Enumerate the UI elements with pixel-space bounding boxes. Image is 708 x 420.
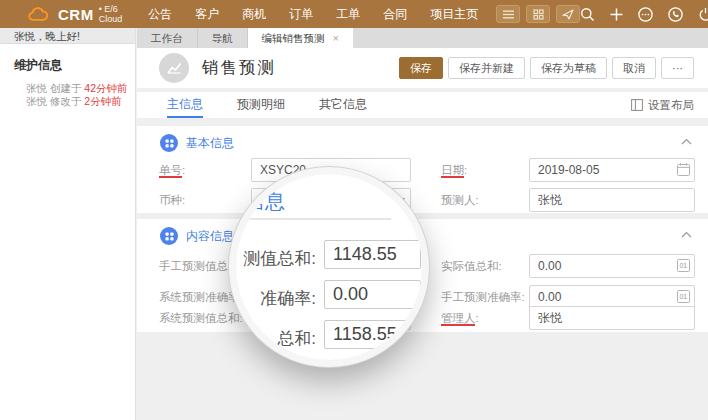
- maintenance-info-title: 维护信息: [14, 57, 135, 74]
- required-marker: [441, 324, 475, 326]
- magnified-label-accuracy: 准确率:: [260, 287, 316, 310]
- record-header: 销售预测 保存 保存并新建 保存为草稿 取消 ···: [137, 48, 708, 88]
- topbar-chip-group: [496, 5, 580, 23]
- field-label-sys-sum: 系统预测值总和:: [159, 311, 243, 326]
- section-basic-header[interactable]: 基本信息: [160, 134, 234, 152]
- save-as-draft-button[interactable]: 保存为草稿: [530, 57, 607, 79]
- tab-edit-sales-forecast[interactable]: 编辑销售预测 ×: [248, 28, 353, 48]
- magnified-label-total: 总和:: [277, 327, 316, 350]
- created-time: 42分钟前: [84, 82, 127, 94]
- greeting-bar: 张悦，晚上好!: [0, 28, 135, 44]
- modified-info: 张悦 修改于 2分钟前: [26, 95, 135, 108]
- required-marker: [159, 176, 182, 178]
- layout-icon: [631, 99, 643, 111]
- more-circle-icon[interactable]: [638, 7, 653, 22]
- brand-suffix: • E/6 Cloud: [99, 4, 123, 24]
- send-button[interactable]: [556, 5, 580, 23]
- section-icon: [160, 134, 178, 152]
- subtab-forecast-detail[interactable]: 预测明细: [237, 92, 285, 118]
- magnified-sum-input: [324, 240, 421, 269]
- modified-time: 2分钟前: [84, 95, 121, 107]
- cancel-button[interactable]: 取消: [612, 57, 656, 79]
- search-icon[interactable]: [580, 7, 595, 22]
- list-icon: [503, 10, 514, 19]
- magnified-label-sum: 测值总和:: [243, 247, 316, 270]
- magnifier-lens: 信息 测值总和: 准确率: 总和:: [229, 167, 429, 367]
- close-icon[interactable]: ×: [333, 28, 339, 48]
- main-area: 工作台 导航 编辑销售预测 × 销售预测 保存 保存并新建 保存为草稿 取消 ·…: [137, 28, 708, 420]
- subtab-other-info[interactable]: 其它信息: [319, 92, 367, 118]
- field-label-manual-accuracy: 手工预测准确率:: [441, 290, 525, 305]
- section-content-title: 内容信息: [186, 228, 234, 245]
- calculator-icon[interactable]: 01: [677, 290, 690, 303]
- date-input[interactable]: [529, 158, 695, 182]
- more-actions-button[interactable]: ···: [661, 57, 694, 79]
- list-view-button[interactable]: [496, 5, 520, 23]
- tab-workbench[interactable]: 工作台: [137, 28, 198, 48]
- send-icon: [562, 9, 574, 20]
- forecaster-input[interactable]: [529, 188, 695, 212]
- save-button[interactable]: 保存: [399, 57, 443, 79]
- cloud-logo-icon: [26, 7, 50, 22]
- menu-item-project-home[interactable]: 项目主页: [430, 6, 478, 23]
- field-label-actual-sum: 实际值总和:: [441, 259, 502, 274]
- svg-text:01: 01: [679, 293, 687, 300]
- required-marker: [441, 176, 464, 178]
- chevron-up-icon[interactable]: [681, 231, 692, 238]
- actual-sum-input[interactable]: [529, 254, 695, 278]
- section-basic-title: 基本信息: [186, 135, 234, 152]
- plus-icon[interactable]: [610, 8, 623, 21]
- chart-icon: [167, 62, 182, 74]
- brand-name: CRM: [58, 6, 94, 23]
- app-window: CRM • E/6 Cloud 公告 客户 商机 订单 工单 合同 项目主页: [0, 0, 708, 420]
- section-icon: [160, 227, 178, 245]
- detail-subtabs: 主信息 预测明细 其它信息 设置布局: [137, 92, 708, 118]
- calendar-icon[interactable]: [677, 163, 690, 176]
- magnified-divider: [236, 218, 391, 220]
- menu-item-opportunities[interactable]: 商机: [242, 6, 266, 23]
- set-layout-button[interactable]: 设置布局: [631, 98, 694, 113]
- menu-item-workorders[interactable]: 工单: [336, 6, 360, 23]
- chevron-up-icon[interactable]: [681, 138, 692, 145]
- power-icon[interactable]: [698, 7, 708, 22]
- apps-grid-button[interactable]: [526, 5, 550, 23]
- save-and-new-button[interactable]: 保存并新建: [448, 57, 525, 79]
- section-basic-info: 基本信息 单号: 日期: 币种: 预测人:: [137, 126, 708, 213]
- calculator-icon[interactable]: 01: [677, 259, 690, 272]
- menu-item-customers[interactable]: 客户: [195, 6, 219, 23]
- grid-icon: [533, 9, 544, 20]
- subtab-main-info[interactable]: 主信息: [167, 92, 203, 118]
- header-actions: 保存 保存并新建 保存为草稿 取消 ···: [399, 57, 694, 79]
- field-label-forecaster: 预测人:: [441, 193, 479, 208]
- topbar: CRM • E/6 Cloud 公告 客户 商机 订单 工单 合同 项目主页: [0, 0, 708, 28]
- manager-input[interactable]: [529, 306, 695, 330]
- field-label-currency: 币种:: [159, 193, 185, 208]
- tab-navigation[interactable]: 导航: [198, 28, 248, 48]
- menu-item-contracts[interactable]: 合同: [383, 6, 407, 23]
- magnified-accuracy-input: [324, 280, 421, 309]
- section-content-header[interactable]: 内容信息: [160, 227, 234, 245]
- document-tabstrip: 工作台 导航 编辑销售预测 ×: [137, 28, 708, 48]
- left-sidebar: 张悦，晚上好! 维护信息 张悦 创建于 42分钟前 张悦 修改于 2分钟前: [0, 28, 136, 420]
- record-avatar: [159, 53, 189, 83]
- topbar-tools: [580, 7, 708, 22]
- menu-item-announcements[interactable]: 公告: [148, 6, 172, 23]
- top-menu: 公告 客户 商机 订单 工单 合同 项目主页: [148, 6, 478, 23]
- svg-text:01: 01: [679, 262, 687, 269]
- field-label-sys-accuracy: 系统预测准确率:: [159, 290, 243, 305]
- menu-item-orders[interactable]: 订单: [289, 6, 313, 23]
- page-title: 销售预测: [202, 57, 276, 79]
- phone-icon[interactable]: [668, 7, 683, 22]
- created-info: 张悦 创建于 42分钟前: [26, 82, 135, 95]
- magnifier-content: 信息 测值总和: 准确率: 总和:: [236, 174, 422, 360]
